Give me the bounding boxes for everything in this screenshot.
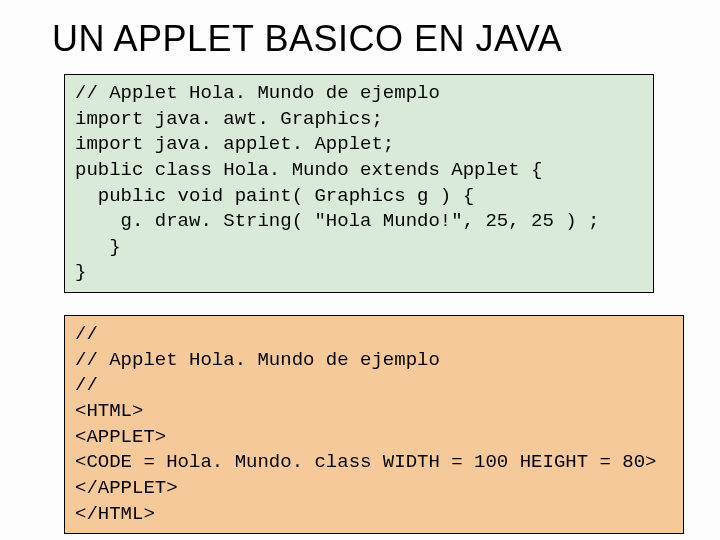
code-block-java: // Applet Hola. Mundo de ejemplo import … bbox=[64, 74, 654, 293]
page-title: UN APPLET BASICO EN JAVA bbox=[52, 18, 680, 60]
slide: UN APPLET BASICO EN JAVA // Applet Hola.… bbox=[0, 0, 720, 540]
code-block-html: // // Applet Hola. Mundo de ejemplo // <… bbox=[64, 315, 684, 534]
